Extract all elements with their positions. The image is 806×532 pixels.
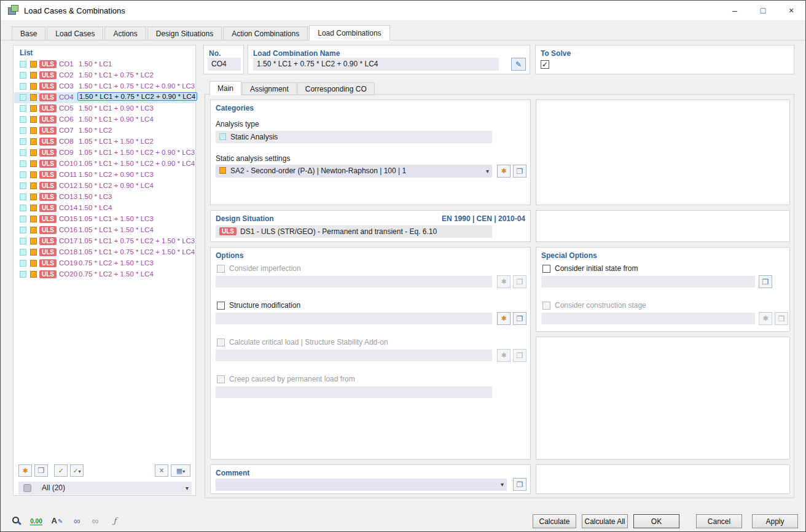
combination-formula: 1.50 * LC1 + 0.90 * LC3 [79, 104, 154, 112]
list-item[interactable]: ULSCO131.50 * LC3 [14, 192, 195, 203]
list-item[interactable]: ULSCO141.50 * LC4 [14, 203, 195, 214]
list-item[interactable]: ULSCO71.50 * LC2 [14, 125, 195, 136]
list-item[interactable]: ULSCO161.05 * LC1 + 1.50 * LC4 [14, 225, 195, 236]
checkbox-consider-initial-state-from[interactable] [542, 265, 550, 273]
new-icon: ✱ [501, 167, 506, 174]
tab-base[interactable]: Base [12, 26, 45, 41]
parameters-button[interactable]: ƒ [106, 512, 123, 528]
analysis-settings-dropdown[interactable]: SA2 - Second-order (P-Δ) | Newton-Raphso… [216, 165, 492, 178]
uls-badge: ULS [39, 60, 57, 68]
list-item[interactable]: ULSCO61.50 * LC1 + 0.90 * LC4 [14, 114, 195, 125]
option-row: Calculate critical load | Structure Stab… [216, 337, 526, 372]
filter-dropdown[interactable]: All (20) ▾ [18, 482, 192, 495]
uls-badge: ULS [219, 227, 237, 235]
new-icon-button[interactable]: ✱ [497, 312, 511, 325]
link-button[interactable]: ∞ [68, 512, 85, 528]
solve-indicator-square [20, 127, 26, 134]
unlink-button[interactable]: ∞ [87, 512, 104, 528]
list-item[interactable]: ULSCO171.05 * LC1 + 0.75 * LC2 + 1.50 * … [14, 236, 195, 247]
calculate-all-button[interactable]: Calculate All [582, 514, 628, 528]
checkbox-row: Structure modification [217, 300, 300, 310]
option-field [216, 276, 492, 288]
search-button[interactable] [7, 512, 24, 528]
categories-header: Categories [216, 104, 254, 112]
list-item[interactable]: ULSCO181.05 * LC1 + 0.75 * LC2 + 1.50 * … [14, 247, 195, 258]
apply-button[interactable]: Apply [752, 514, 798, 528]
uls-badge: ULS [39, 93, 57, 101]
list-item[interactable]: ULSCO200.75 * LC2 + 1.50 * LC4 [14, 269, 195, 280]
subtab-main[interactable]: Main [209, 81, 241, 95]
decimal-places-button[interactable]: 0.00 [28, 512, 45, 528]
list-item[interactable]: ULSCO151.05 * LC1 + 1.50 * LC3 [14, 214, 195, 225]
list-item[interactable]: ULSCO41.50 * LC1 + 0.75 * LC2 + 0.90 * L… [14, 92, 195, 103]
calculate-button[interactable]: Calculate [533, 514, 576, 528]
solve-indicator-square [20, 260, 26, 267]
cancel-button[interactable]: Cancel [696, 514, 742, 528]
uncheck-all-to-solve-button[interactable]: ✓▾ [70, 464, 84, 477]
design-situation-color-square [30, 205, 37, 211]
combination-name-field[interactable]: 1.50 * LC1 + 0.75 * LC2 + 0.90 * LC4 [253, 58, 499, 71]
delete-combination-button[interactable]: × [155, 464, 168, 477]
list-item[interactable]: ULSCO121.50 * LC2 + 0.90 * LC4 [14, 181, 195, 192]
minimize-button[interactable]: – [721, 1, 749, 20]
tab-action-combinations[interactable]: Action Combinations [223, 26, 308, 41]
checkbox-structure-modification[interactable] [217, 302, 225, 310]
rename-button[interactable]: A✎ [49, 512, 66, 528]
list-item[interactable]: ULSCO101.05 * LC1 + 1.50 * LC2 + 0.90 * … [14, 158, 195, 170]
new-icon: ✱ [501, 315, 506, 322]
ok-button[interactable]: OK [633, 514, 679, 528]
copy-comment-button[interactable]: ❐ [513, 478, 526, 491]
copy-icon: ❐ [517, 315, 523, 323]
list-item[interactable]: ULSCO190.75 * LC2 + 1.50 * LC3 [14, 258, 195, 269]
solve-indicator-square [20, 171, 26, 178]
edit-settings-button[interactable]: ❐ [513, 165, 526, 178]
solve-indicator-square [20, 72, 26, 79]
to-solve-checkbox[interactable]: ✓ [541, 60, 549, 69]
list-item[interactable]: ULSCO111.50 * LC2 + 0.90 * LC3 [14, 170, 195, 181]
copy-combination-button[interactable]: ❐ [34, 464, 48, 477]
copy-icon: ❐ [517, 351, 523, 360]
analysis-type-field[interactable]: Static Analysis [216, 131, 492, 143]
uls-badge: ULS [39, 237, 57, 245]
list-item[interactable]: ULSCO81.05 * LC1 + 1.50 * LC2 [14, 136, 195, 147]
new-combination-button[interactable]: ✱ [18, 464, 32, 477]
design-situation-color-square [30, 271, 37, 278]
table-view-button[interactable]: ▦▾ [171, 464, 190, 477]
comment-dropdown[interactable]: ▾ [216, 479, 507, 491]
pencil-icon: ✎ [58, 518, 63, 525]
combination-formula: 1.05 * LC1 + 1.50 * LC2 [79, 138, 154, 145]
list-item[interactable]: ULSCO21.50 * LC1 + 0.75 * LC2 [14, 70, 195, 81]
list-item[interactable]: ULSCO91.05 * LC1 + 1.50 * LC2 + 0.90 * L… [14, 147, 195, 158]
tab-load-combinations[interactable]: Load Combinations [309, 25, 389, 41]
tab-design-situations[interactable]: Design Situations [147, 26, 222, 41]
subtab-corresponding-co[interactable]: Corresponding CO [297, 82, 375, 95]
to-solve-panel: To Solve ✓ [535, 45, 794, 74]
tab-load-cases[interactable]: Load Cases [47, 26, 103, 41]
edit-name-button[interactable]: ✎ [511, 58, 526, 71]
option-field[interactable] [541, 276, 755, 288]
table-icon: ▦ [176, 467, 182, 474]
list-item[interactable]: ULSCO51.50 * LC1 + 0.90 * LC3 [14, 103, 195, 114]
close-button[interactable]: × [777, 1, 805, 20]
design-situation-color-square [30, 171, 37, 178]
to-solve-label: To Solve [541, 49, 571, 58]
window-title: Load Cases & Combinations [24, 6, 125, 15]
copy-icon: ❐ [517, 480, 523, 489]
design-situation-color-square [30, 116, 37, 123]
option-field[interactable] [216, 313, 492, 324]
new-settings-button[interactable]: ✱ [497, 165, 511, 178]
design-situation-color-square [30, 182, 37, 189]
combination-id: CO19 [59, 259, 77, 267]
design-situation-field[interactable]: ULSDS1 - ULS (STR/GEO) - Permanent and t… [216, 225, 492, 238]
edit-icon-button[interactable]: ❐ [513, 312, 526, 325]
list-item[interactable]: ULSCO11.50 * LC1 [14, 59, 195, 70]
edit-icon-button[interactable]: ❐ [759, 275, 772, 288]
check-all-to-solve-button[interactable]: ✓ [54, 464, 68, 477]
subtab-assignment[interactable]: Assignment [242, 82, 297, 95]
list-item[interactable]: ULSCO31.50 * LC1 + 0.75 * LC2 + 0.90 * L… [14, 81, 195, 92]
chevron-down-icon: ▾ [182, 469, 185, 474]
maximize-button[interactable]: □ [749, 1, 777, 20]
tab-actions[interactable]: Actions [104, 26, 146, 41]
app-icon [8, 5, 19, 15]
combination-id: CO14 [59, 204, 77, 211]
